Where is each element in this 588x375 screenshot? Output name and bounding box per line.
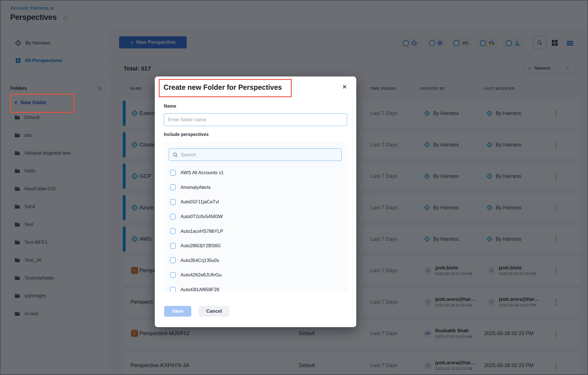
perspective-option-label: AWS All Accounts v1 xyxy=(181,170,224,175)
perspective-option-label: Auto4262e6JUfnGu xyxy=(181,272,222,278)
perspective-option[interactable]: AWS All Accounts v1 xyxy=(164,165,347,180)
name-label: Name xyxy=(164,104,176,109)
perspective-search-input[interactable] xyxy=(180,149,337,161)
checkbox[interactable] xyxy=(170,272,176,278)
perspective-option[interactable]: Auto354Crj135u0x xyxy=(164,253,347,268)
include-perspectives-label: Include perspectives xyxy=(164,132,209,137)
close-icon[interactable]: ✕ xyxy=(340,83,349,91)
checkbox[interactable] xyxy=(170,199,176,205)
perspectives-page: Account: Harness.io Perspectives ⓘ By Ha… xyxy=(0,0,588,375)
perspective-option[interactable]: Auto1acxHS786YLP xyxy=(164,224,347,238)
checkbox[interactable] xyxy=(170,184,176,190)
perspective-option[interactable]: Auto286i3jY2BS6G xyxy=(164,238,347,253)
checkbox[interactable] xyxy=(170,170,176,176)
perspectives-checkbox-list: AWS All Accounts v1 AnomalyAlerts Auto01… xyxy=(164,165,347,292)
perspective-option-label: Auto1acxHS786YLP xyxy=(181,229,223,234)
perspective-option[interactable]: Auto4262e6JUfnGu xyxy=(164,268,347,282)
perspective-option[interactable]: Auto0T2c0v54583W xyxy=(164,209,347,224)
folder-name-input[interactable] xyxy=(164,113,347,126)
checkbox[interactable] xyxy=(170,287,176,292)
perspective-option[interactable]: Auto01F11jaCaTvl xyxy=(164,195,347,209)
checkbox[interactable] xyxy=(170,228,176,234)
create-folder-modal: Create new Folder for Perspectives ✕ Nam… xyxy=(155,76,356,327)
perspective-option-label: AnomalyAlerts xyxy=(181,185,211,190)
checkbox[interactable] xyxy=(170,243,176,249)
perspective-search-field xyxy=(169,148,342,161)
checkbox[interactable] xyxy=(170,214,176,220)
perspective-option[interactable]: Auto43l1Af659F28 xyxy=(164,282,347,292)
search-icon xyxy=(172,152,178,158)
perspective-option-label: Auto43l1Af659F28 xyxy=(181,287,219,292)
checkbox[interactable] xyxy=(170,257,176,263)
cancel-button[interactable]: Cancel xyxy=(199,306,229,317)
perspective-option-label: Auto354Crj135u0x xyxy=(181,258,219,263)
modal-title: Create new Folder for Perspectives xyxy=(164,83,282,91)
perspectives-picker-panel: AWS All Accounts v1 AnomalyAlerts Auto01… xyxy=(164,142,347,292)
perspective-option-label: Auto286i3jY2BS6G xyxy=(181,243,221,248)
perspective-option-label: Auto01F11jaCaTvl xyxy=(181,199,219,204)
perspective-option-label: Auto0T2c0v54583W xyxy=(181,214,223,219)
perspective-option[interactable]: AnomalyAlerts xyxy=(164,180,347,195)
save-button[interactable]: Save xyxy=(164,306,191,317)
